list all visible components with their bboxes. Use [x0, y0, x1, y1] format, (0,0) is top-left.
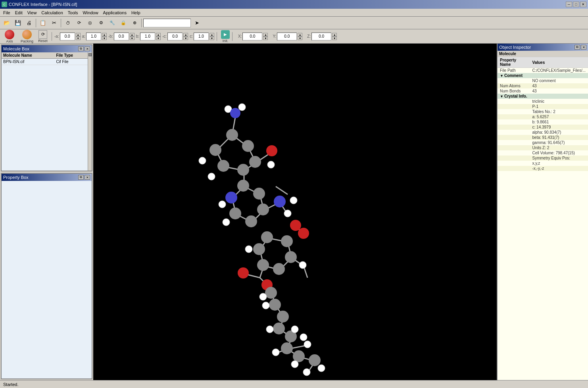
c-neg-arrows[interactable]: ▲ ▼ [183, 33, 188, 40]
x-arrows[interactable]: ▲ ▼ [263, 33, 268, 40]
menu-tools[interactable]: Tools [65, 10, 81, 16]
menu-view[interactable]: View [25, 10, 39, 16]
oi-prop-name [498, 104, 530, 109]
oi-prop-name [498, 145, 530, 150]
mol-viewer[interactable] [93, 44, 497, 380]
scroll-thumb[interactable] [88, 53, 92, 56]
x-up[interactable]: ▲ [263, 33, 268, 36]
y-up[interactable]: ▲ [298, 33, 302, 36]
a-neg-spinner-group: -a: 0.0 ▲ ▼ [54, 33, 81, 40]
property-box-content [2, 181, 92, 378]
atom-c23 [281, 342, 293, 354]
b-input[interactable]: 1.0 [140, 33, 155, 40]
oi-collapse-cell[interactable]: ▼Crystal Info. [498, 94, 588, 99]
axis-button[interactable]: Axis [2, 30, 17, 43]
molecule-box-restore[interactable]: ⧉ [78, 46, 84, 51]
b-neg-down[interactable]: ▼ [130, 36, 135, 40]
target-button[interactable]: ◎ [85, 18, 95, 28]
atom-c6 [237, 164, 249, 176]
oi-prop-name [498, 140, 530, 145]
oi-row: triclinic [498, 99, 588, 104]
c-neg-spinner-group: -c: 0.0 ▲ ▼ [162, 33, 188, 40]
tool-button[interactable]: 🔧 [107, 18, 117, 28]
print-button[interactable]: 🖨 [24, 18, 34, 28]
a-neg-input[interactable]: 0.0 [60, 33, 75, 40]
b-up[interactable]: ▲ [156, 33, 161, 36]
obj-inspector-body[interactable]: Property Name Values File PathC:/CONFLEX… [498, 57, 588, 380]
refresh-button[interactable]: ⟳ [74, 18, 84, 28]
timer-button[interactable]: ⏱ [63, 18, 73, 28]
molecule-row[interactable]: BPN-ISN.cifCif File [2, 59, 88, 65]
oi-row: NO comment [498, 78, 588, 83]
minimize-button[interactable]: ─ [566, 2, 572, 7]
atom-c15 [273, 263, 285, 275]
search-input[interactable] [143, 19, 191, 27]
y-arrows[interactable]: ▲ ▼ [298, 33, 302, 40]
property-box-restore[interactable]: ⧉ [78, 175, 84, 180]
c-neg-input[interactable]: 0.0 [167, 33, 183, 40]
oi-row: a: 5.6257 [498, 114, 588, 119]
cut-button[interactable]: ✂ [49, 18, 59, 28]
c-arrows[interactable]: ▲ ▼ [209, 33, 214, 40]
xyz-group: X: 0.0 ▲ ▼ [238, 33, 268, 40]
a-input[interactable]: 1.0 [86, 33, 101, 40]
oi-collapse-cell[interactable]: ▼Comment [498, 73, 588, 78]
x-input[interactable]: 0.0 [242, 33, 262, 40]
oi-row: c: 14.3979 [498, 125, 588, 130]
x-down[interactable]: ▼ [263, 36, 268, 40]
a-neg-arrows[interactable]: ▲ ▼ [76, 33, 81, 40]
c-input[interactable]: 1.0 [194, 33, 209, 40]
molecule-box-close[interactable]: ✕ [85, 46, 90, 51]
obj-inspector-close[interactable]: ✕ [581, 45, 586, 50]
packing-label: Packing [21, 39, 33, 43]
atom-c25 [309, 354, 321, 366]
c-neg-down[interactable]: ▼ [183, 36, 188, 40]
a-arrows[interactable]: ▲ ▼ [102, 33, 107, 40]
atom-h11 [299, 261, 306, 269]
packing-button[interactable]: Packing [19, 30, 35, 43]
y-input[interactable]: 0.0 [277, 33, 297, 40]
menu-applications[interactable]: Applications [101, 10, 129, 16]
b-arrows[interactable]: ▲ ▼ [156, 33, 161, 40]
c-down[interactable]: ▼ [209, 36, 214, 40]
z-up[interactable]: ▲ [332, 33, 337, 36]
z-down[interactable]: ▼ [332, 36, 337, 40]
extra-button[interactable]: ⊕ [129, 18, 140, 28]
settings-button[interactable]: ⚙ [96, 18, 106, 28]
send-button[interactable]: ➤ [192, 18, 202, 28]
oi-prop-value: -x,-y,-z [530, 166, 588, 171]
menu-calculation[interactable]: Calculation [39, 10, 65, 16]
b-down[interactable]: ▼ [156, 36, 161, 40]
menu-edit[interactable]: Edit [13, 10, 25, 16]
a-down[interactable]: ▼ [102, 36, 107, 40]
init-button[interactable]: ▶ Init. [221, 30, 230, 43]
reset-button[interactable]: ⟳ Reset [37, 30, 49, 43]
z-input[interactable]: 0.0 [311, 33, 331, 40]
z-arrows[interactable]: ▲ ▼ [332, 33, 337, 40]
c-up[interactable]: ▲ [209, 33, 214, 36]
lock-button[interactable]: 🔒 [118, 18, 129, 28]
save-button[interactable]: 💾 [13, 18, 23, 28]
b-neg-up[interactable]: ▲ [130, 33, 135, 36]
maximize-button[interactable]: □ [573, 2, 579, 7]
c-neg-up[interactable]: ▲ [183, 33, 188, 36]
property-box-close[interactable]: ✕ [85, 175, 90, 180]
y-down[interactable]: ▼ [298, 36, 302, 40]
menu-window[interactable]: Window [80, 10, 100, 16]
close-button[interactable]: ✕ [580, 2, 586, 7]
copy-button[interactable]: 📋 [38, 18, 48, 28]
atom-o2 [290, 220, 301, 231]
a-up[interactable]: ▲ [102, 33, 107, 36]
menu-file[interactable]: File [1, 10, 13, 16]
a-neg-up[interactable]: ▲ [76, 33, 81, 36]
b-neg-input[interactable]: 0.0 [114, 33, 129, 40]
molecule-scrollbar[interactable] [88, 52, 92, 171]
obj-inspector-restore[interactable]: ⧉ [575, 45, 580, 50]
atom-h16 [300, 334, 307, 341]
a-neg-down[interactable]: ▼ [76, 36, 81, 40]
open-button[interactable]: 📂 [2, 18, 12, 28]
atom-h7 [223, 219, 230, 226]
menu-help[interactable]: Help [129, 10, 143, 16]
oi-row: Num Atoms43 [498, 83, 588, 88]
b-neg-arrows[interactable]: ▲ ▼ [130, 33, 135, 40]
